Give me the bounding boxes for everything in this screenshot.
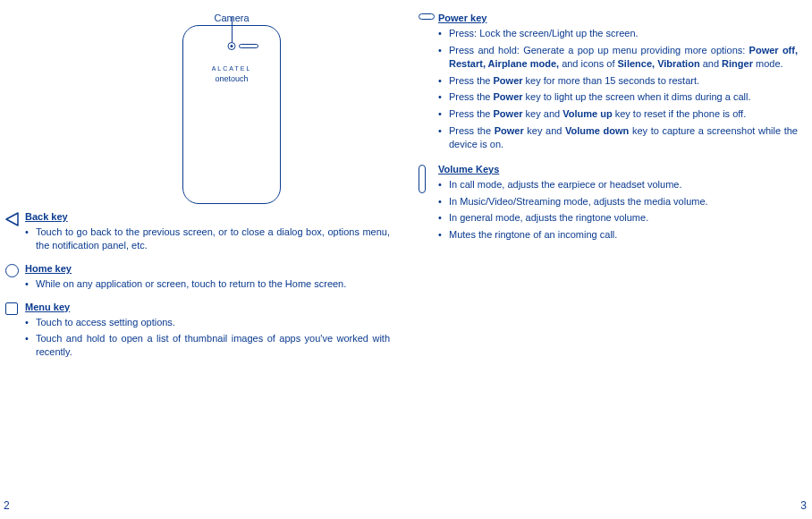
heading-volume-keys: Volume Keys (438, 164, 798, 174)
page-left: Camera ALCATEL onetouch Back key Touch t… (0, 0, 406, 519)
speaker-slot-icon (239, 44, 258, 48)
bullet: In general mode, adjusts the ringtone vo… (438, 211, 798, 225)
back-key-icon (5, 211, 25, 256)
bullet: Touch and hold to open a list of thumbna… (25, 332, 390, 359)
bullet: Touch to access setting options. (25, 316, 390, 329)
section-volume-keys: Volume Keys In call mode, adjusts the ea… (419, 164, 798, 245)
volume-keys-icon (419, 164, 438, 245)
bullet: In call mode, adjusts the earpiece or he… (438, 178, 798, 191)
section-back-key: Back key Touch to go back to the previou… (5, 211, 390, 256)
menu-key-icon (5, 302, 25, 363)
bullet: Press and hold: Generate a pop up menu p… (438, 44, 798, 71)
bullet: Press the Power key for more than 15 sec… (438, 74, 798, 88)
page-number-left: 2 (4, 499, 10, 512)
svg-marker-0 (6, 213, 18, 225)
phone-illustration-wrap: ALCATEL onetouch (5, 25, 390, 204)
heading-power-key: Power key (438, 13, 798, 23)
brand-text-1: ALCATEL (183, 65, 280, 72)
power-key-icon (419, 13, 438, 155)
page-number-right: 3 (800, 499, 807, 512)
brand-text-2: onetouch (183, 74, 280, 83)
camera-callout-line (232, 17, 233, 44)
phone-illustration: ALCATEL onetouch (182, 25, 281, 204)
bullet: Press: Lock the screen/Light up the scre… (438, 27, 798, 40)
bullet: Press the Power key to light up the scre… (438, 90, 798, 104)
section-power-key: Power key Press: Lock the screen/Light u… (419, 13, 798, 155)
power-key-bullets: Press: Lock the screen/Light up the scre… (438, 27, 798, 151)
section-home-key: Home key While on any application or scr… (5, 263, 390, 294)
heading-back-key: Back key (25, 211, 390, 222)
page-right: Power key Press: Lock the screen/Light u… (406, 0, 812, 519)
section-menu-key: Menu key Touch to access setting options… (5, 302, 390, 363)
bullet: Touch to go back to the previous screen,… (25, 225, 390, 252)
page-spread: Camera ALCATEL onetouch Back key Touch t… (0, 0, 812, 519)
heading-menu-key: Menu key (25, 302, 390, 312)
heading-home-key: Home key (25, 263, 390, 274)
bullet: In Music/Video/Streaming mode, adjusts t… (438, 195, 798, 208)
bullet: Press the Power key and Volume down key … (438, 124, 798, 151)
bullet: Press the Power key and Volume up key to… (438, 107, 798, 121)
bullet: Mutes the ringtone of an incoming call. (438, 228, 798, 242)
home-key-icon (5, 263, 25, 294)
bullet: While on any application or screen, touc… (25, 277, 390, 291)
camera-icon (228, 42, 236, 50)
